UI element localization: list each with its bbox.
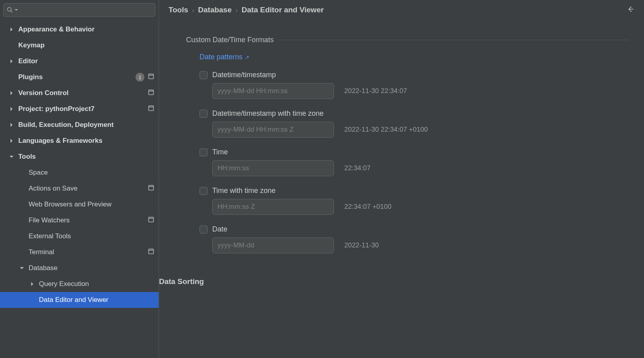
sidebar-item-label: Keymap xyxy=(18,41,154,49)
svg-rect-10 xyxy=(149,249,153,254)
format-example: 2022-11-30 xyxy=(344,241,379,249)
sidebar-item-database[interactable]: Database xyxy=(0,260,159,276)
format-label: Time with time zone xyxy=(212,187,275,195)
custom-formats-section: Custom Date/Time Formats Date patterns ↗… xyxy=(159,36,644,257)
project-scope-icon xyxy=(148,216,154,224)
sidebar-item-file-watchers[interactable]: File Watchers xyxy=(0,212,159,228)
sidebar-item-terminal[interactable]: Terminal xyxy=(0,244,159,260)
svg-rect-4 xyxy=(149,106,153,111)
search-icon xyxy=(7,7,13,13)
svg-rect-0 xyxy=(149,74,153,79)
svg-rect-6 xyxy=(149,185,153,190)
external-link-icon: ↗ xyxy=(243,54,249,60)
enable-format-checkbox[interactable] xyxy=(200,110,208,118)
back-button[interactable] xyxy=(627,5,634,15)
enable-format-checkbox[interactable] xyxy=(200,148,208,156)
sidebar-item-build-execution-deployment[interactable]: Build, Execution, Deployment xyxy=(0,117,159,133)
breadcrumb-item[interactable]: Database xyxy=(198,6,232,14)
breadcrumb: Tools › Database › Data Editor and Viewe… xyxy=(159,0,644,20)
sidebar-item-label: Web Browsers and Preview xyxy=(29,200,154,208)
breadcrumb-item[interactable]: Tools xyxy=(169,6,188,14)
main-scroll: Custom Date/Time Formats Date patterns ↗… xyxy=(159,20,644,358)
format-pattern-input[interactable] xyxy=(212,199,334,215)
sidebar-item-appearance-behavior[interactable]: Appearance & Behavior xyxy=(0,21,159,37)
search-box[interactable] xyxy=(3,3,155,17)
sidebar-item-label: Languages & Frameworks xyxy=(18,137,154,145)
arrow-left-icon xyxy=(627,5,634,13)
chevron-right-icon[interactable] xyxy=(8,139,15,143)
divider xyxy=(279,40,628,40)
sidebar-item-label: External Tools xyxy=(29,232,154,240)
data-sorting-section: Data Sorting xyxy=(159,264,644,286)
section-title: Custom Date/Time Formats xyxy=(186,36,274,44)
date-patterns-link[interactable]: Date patterns ↗ xyxy=(200,53,249,61)
chevron-down-icon[interactable] xyxy=(18,266,25,270)
sidebar-item-space[interactable]: Space xyxy=(0,165,159,181)
sidebar-item-label: Plugins xyxy=(18,73,136,81)
sidebar-item-label: Project: pythonProject7 xyxy=(18,105,148,113)
format-group: Time22:34:07 xyxy=(175,141,628,179)
format-example: 22:34:07 +0100 xyxy=(344,203,392,211)
svg-rect-2 xyxy=(149,90,153,95)
sidebar-item-label: File Watchers xyxy=(29,216,148,224)
svg-rect-8 xyxy=(149,217,153,222)
sidebar-item-label: Tools xyxy=(18,153,154,161)
section-title: Data Sorting xyxy=(159,264,628,286)
format-example: 2022-11-30 22:34:07 +0100 xyxy=(344,126,428,134)
project-scope-icon xyxy=(148,89,154,97)
format-pattern-input[interactable] xyxy=(212,160,334,176)
chevron-right-icon[interactable] xyxy=(8,123,15,127)
sidebar-item-label: Version Control xyxy=(18,89,148,97)
count-badge: 1 xyxy=(136,73,144,82)
sidebar-item-label: Build, Execution, Deployment xyxy=(18,121,154,129)
sidebar: Appearance & BehaviorKeymapEditorPlugins… xyxy=(0,0,159,358)
format-group: Time with time zone22:34:07 +0100 xyxy=(175,179,628,218)
project-scope-icon xyxy=(148,185,154,193)
search-input[interactable] xyxy=(19,7,152,14)
chevron-down-icon xyxy=(15,8,18,12)
format-pattern-input[interactable] xyxy=(212,83,334,99)
chevron-right-icon[interactable] xyxy=(8,27,15,31)
format-group: Date2022-11-30 xyxy=(175,218,628,257)
chevron-right-icon[interactable] xyxy=(8,91,15,95)
format-label: Datetime/timestamp with time zone xyxy=(212,109,324,118)
chevron-right-icon[interactable] xyxy=(8,107,15,111)
sidebar-item-query-execution[interactable]: Query Execution xyxy=(0,276,159,292)
enable-format-checkbox[interactable] xyxy=(200,226,208,233)
sidebar-item-editor[interactable]: Editor xyxy=(0,53,159,69)
sidebar-item-label: Terminal xyxy=(29,248,148,256)
sidebar-item-label: Data Editor and Viewer xyxy=(39,296,154,304)
format-label: Date xyxy=(212,225,227,233)
search-wrap xyxy=(0,0,159,20)
sidebar-item-actions-on-save[interactable]: Actions on Save xyxy=(0,181,159,197)
format-pattern-input[interactable] xyxy=(212,122,334,138)
project-scope-icon xyxy=(148,248,154,256)
chevron-right-icon[interactable] xyxy=(29,282,36,286)
format-pattern-input[interactable] xyxy=(212,237,334,253)
sidebar-item-version-control[interactable]: Version Control xyxy=(0,85,159,101)
sidebar-item-label: Query Execution xyxy=(39,280,154,288)
sidebar-item-label: Editor xyxy=(18,57,154,65)
breadcrumb-sep: › xyxy=(236,7,238,14)
sidebar-item-web-browsers-and-preview[interactable]: Web Browsers and Preview xyxy=(0,197,159,212)
project-scope-icon xyxy=(148,105,154,113)
sidebar-item-external-tools[interactable]: External Tools xyxy=(0,228,159,244)
sidebar-item-keymap[interactable]: Keymap xyxy=(0,37,159,53)
format-label: Datetime/timestamp xyxy=(212,71,276,79)
chevron-right-icon[interactable] xyxy=(8,59,15,63)
sidebar-item-label: Space xyxy=(29,169,154,177)
enable-format-checkbox[interactable] xyxy=(200,71,208,79)
sidebar-item-project-pythonproject7[interactable]: Project: pythonProject7 xyxy=(0,101,159,117)
project-scope-icon xyxy=(148,73,154,81)
format-example: 22:34:07 xyxy=(344,164,370,172)
chevron-down-icon[interactable] xyxy=(8,155,15,159)
enable-format-checkbox[interactable] xyxy=(200,187,208,195)
settings-tree: Appearance & BehaviorKeymapEditorPlugins… xyxy=(0,20,159,358)
sidebar-item-languages-frameworks[interactable]: Languages & Frameworks xyxy=(0,133,159,149)
sidebar-item-data-editor-and-viewer[interactable]: Data Editor and Viewer xyxy=(0,292,159,308)
format-group: Datetime/timestamp with time zone2022-11… xyxy=(175,102,628,141)
sidebar-item-tools[interactable]: Tools xyxy=(0,149,159,165)
sidebar-item-label: Appearance & Behavior xyxy=(18,25,154,33)
sidebar-item-plugins[interactable]: Plugins1 xyxy=(0,69,159,85)
format-example: 2022-11-30 22:34:07 xyxy=(344,87,407,95)
